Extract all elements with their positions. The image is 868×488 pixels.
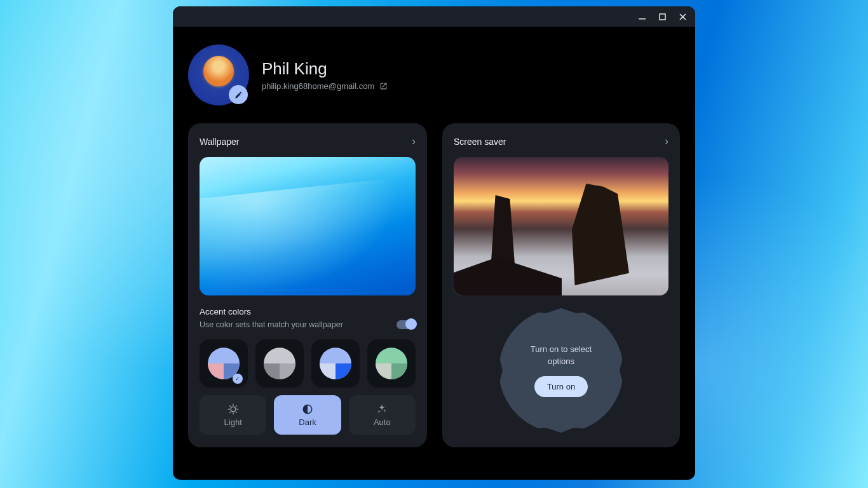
pencil-icon [234,91,243,99]
theme-auto-button[interactable]: Auto [349,395,416,435]
accent-colors-description: Use color sets that match your wallpaper [200,320,343,329]
external-link-icon [379,82,388,90]
toggle-knob [405,318,417,330]
accent-swatch-3[interactable] [311,339,360,388]
turn-on-button[interactable]: Turn on [534,376,588,397]
maximize-button[interactable] [652,8,672,25]
sparkle-icon [376,403,388,415]
wallpaper-header[interactable]: Wallpaper › [200,135,416,148]
screensaver-prompt-text: Turn on to select options [517,344,606,367]
close-icon [679,13,686,20]
wallpaper-title: Wallpaper [200,137,240,147]
close-button[interactable] [672,8,693,25]
profile-header: Phil King philip.king68home@gmail.com [188,44,680,105]
screensaver-card: Screen saver › Turn on to select options… [442,123,680,447]
profile-email-link[interactable]: philip.king68home@gmail.com [262,81,388,91]
wallpaper-card: Wallpaper › Accent colors Use color sets… [188,123,427,447]
svg-rect-1 [660,14,665,20]
screensaver-header[interactable]: Screen saver › [454,135,668,148]
theme-auto-label: Auto [374,417,391,427]
check-icon: ✓ [233,374,243,384]
profile-name: Phil King [262,59,388,79]
accent-swatch-4[interactable] [367,339,416,388]
chevron-right-icon: › [665,135,668,148]
accent-colors-title: Accent colors [200,307,416,316]
theme-dark-button[interactable]: Dark [274,395,341,435]
theme-light-label: Light [224,417,242,427]
svg-rect-0 [639,18,646,20]
theme-light-button[interactable]: Light [200,395,266,435]
sun-icon [227,403,239,415]
minimize-icon [639,13,646,20]
accent-swatch-2[interactable] [255,339,304,388]
accent-colors-toggle[interactable] [397,320,416,329]
edit-avatar-button[interactable] [229,85,248,104]
theme-dark-label: Dark [299,417,316,427]
theme-mode-row: Light Dark Auto [200,395,416,435]
wallpaper-preview[interactable] [200,157,416,295]
screensaver-preview[interactable] [454,157,668,295]
personalization-window: Phil King philip.king68home@gmail.com Wa… [173,6,695,480]
screensaver-prompt-blob: Turn on to select options Turn on [499,308,623,433]
chevron-right-icon: › [412,135,416,148]
minimize-button[interactable] [632,8,652,25]
contrast-icon [302,403,313,415]
profile-email: philip.king68home@gmail.com [262,81,374,91]
accent-swatch-1[interactable]: ✓ [200,339,248,388]
accent-swatches: ✓ [200,339,416,388]
titlebar [173,6,695,27]
screensaver-title: Screen saver [454,137,506,147]
maximize-icon [659,13,666,20]
